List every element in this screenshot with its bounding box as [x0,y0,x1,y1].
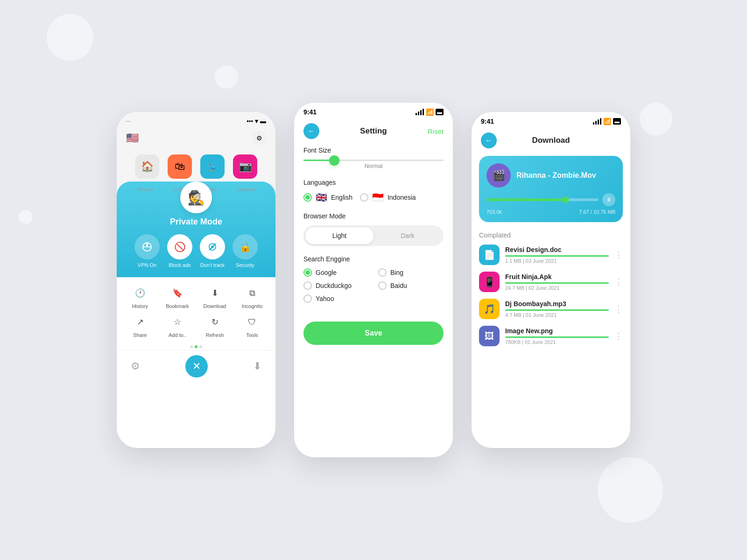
bookmark-footer-icon[interactable]: ⬇ [253,360,261,372]
engine-duckduckgo[interactable]: Duckduckgo [303,281,369,290]
nav-grid: 🕐 History 🔖 Bookmark ⬇ Download ⧉ Incogn… [117,277,275,343]
radio-yahoo[interactable] [303,294,312,303]
engine-google[interactable]: Google [303,268,369,277]
app-icon-twitter[interactable]: 🐦 [200,154,225,179]
yahoo-label: Yahoo [316,295,334,302]
settings-icon[interactable]: ⚙ [252,131,266,145]
nav-bookmark[interactable]: 🔖 Bookmark [159,285,196,309]
bookmark-label: Bookmark [166,303,189,309]
dark-mode-btn[interactable]: Dark [374,227,442,244]
dl-back-button[interactable]: ← [481,133,497,148]
donttrack-label: Don't track [200,262,225,268]
dl-item-info-apk: Fruit Ninja.Apk 24.7 MB | 02 June 2021 [505,273,609,291]
settings-footer-icon[interactable]: ⚙ [131,360,140,372]
dl-item-name-apk: Fruit Ninja.Apk [505,273,609,280]
pause-button[interactable]: ⏸ [602,193,615,206]
back-button[interactable]: ← [303,123,319,139]
dl-title: Download [532,136,570,145]
dl-item-png[interactable]: 🖼 Image New.png 780KB | 01 June 2021 ⋮ [479,326,623,346]
dl-item-icon-doc: 📄 [479,245,500,265]
engine-bing[interactable]: Bing [378,268,444,277]
app-icon-instagram[interactable]: 📷 [233,154,257,179]
reset-button[interactable]: Riset [428,127,444,135]
status-icons-1: ▪▪▪ ▾ ▬ [247,118,266,125]
signal-1: ▪▪▪ [247,118,253,125]
bar4 [423,109,424,115]
font-slider-track[interactable] [303,160,444,161]
bar3 [420,110,422,115]
battery-icon-2: ▬ [436,109,444,115]
radio-bing[interactable] [378,268,387,277]
dl-item-apk[interactable]: 📱 Fruit Ninja.Apk 24.7 MB | 02 June 2021… [479,272,623,292]
status-bar-2: 9:41 📶 ▬ [294,103,453,119]
search-engine-label: Search Enggine [303,255,444,263]
radio-google[interactable] [303,268,312,277]
radio-english-fill [305,195,310,200]
addto-icon: ☆ [169,314,186,330]
dl-item-more-png[interactable]: ⋮ [614,331,623,341]
nav-addto[interactable]: ☆ Add to.. [159,314,196,338]
dl-active-info: Rihanna - Zombie.Mov [516,171,596,180]
save-button[interactable]: Save [303,322,444,345]
blockads-toggle[interactable]: 🚫 Block ads [167,234,192,268]
light-mode-btn[interactable]: Light [305,227,374,244]
browser-mode-label: Browser Mode [303,212,444,220]
nav-download[interactable]: ⬇ Download [196,285,233,309]
language-options: 🇬🇧 English 🇮🇩 Indonesia [303,192,444,203]
dl-item-meta-png: 780KB | 01 June 2021 [505,339,609,345]
wifi-1: ▾ [255,118,258,125]
nav-history[interactable]: 🕐 History [121,285,159,309]
private-avatar: 🕵️ Private Mode [117,182,275,227]
flag-indonesia: 🇮🇩 [372,192,384,203]
app-icon-home[interactable]: 🏠 [135,154,159,179]
phone-downloads: 9:41 📶 ▬ ← Download 🎬 [472,112,630,448]
mode-toggle: Light Dark [303,225,444,246]
dl-header: ← Download [472,128,630,156]
engine-baidu[interactable]: Baidu [378,281,444,290]
dl-item-more-mp3[interactable]: ⋮ [614,304,623,314]
dl-progress-thumb [563,196,569,203]
nav-tools[interactable]: 🛡 Tools [233,314,271,338]
radio-google-fill [305,270,310,275]
font-slider-thumb[interactable] [329,155,339,166]
dl-item-more-apk[interactable]: ⋮ [614,277,623,287]
close-button[interactable]: ✕ [185,355,208,378]
flag-icon[interactable]: 🇺🇸 [126,132,139,144]
nav-share[interactable]: ↗ Share [121,314,159,338]
security-toggle[interactable]: 🔒 Security [233,234,258,268]
vpn-toggle[interactable]: VPN On [134,234,160,268]
nav-refresh[interactable]: ↻ Refresh [196,314,233,338]
tools-icon: 🛡 [244,314,261,330]
history-icon: 🕐 [132,285,148,301]
signal-bars-2 [416,109,424,115]
history-label: History [132,303,148,309]
radio-baidu[interactable] [378,281,387,290]
radio-indonesia[interactable] [360,193,368,202]
radio-english[interactable] [303,193,312,202]
dl-item-progress-doc [505,255,609,257]
radio-duckduckgo[interactable] [303,281,312,290]
baidu-label: Baidu [390,282,407,289]
dot-2 [195,345,197,348]
active-download-card: 🎬 Rihanna - Zombie.Mov ⏸ 703.0k 7.67 / 1… [479,156,623,222]
dl-progress-track[interactable] [486,198,599,201]
dl-item-more-doc[interactable]: ⋮ [614,250,623,260]
dl-item-doc[interactable]: 📄 Revisi Design.doc 1.1 MB | 03 June 202… [479,245,623,265]
nav-incognito[interactable]: ⧉ Incognito [233,285,271,309]
dl-item-name-mp3: Dj Boombayah.mp3 [505,300,609,308]
engine-yahoo[interactable]: Yahoo [303,294,369,303]
donttrack-toggle[interactable]: Don't track [200,234,225,268]
app-icon-shop[interactable]: 🛍 [168,154,192,179]
download-nav-label: Download [204,303,226,309]
bing-label: Bing [390,269,403,276]
lang-indonesia[interactable]: 🇮🇩 Indonesia [360,192,416,203]
settings-title: Setting [360,126,387,136]
dl-item-mp3[interactable]: 🎵 Dj Boombayah.mp3 4.7 MB | 01 June 2021… [479,299,623,319]
donttrack-icon [200,234,225,259]
lang-english[interactable]: 🇬🇧 English [303,192,352,203]
toggle-buttons: VPN On 🚫 Block ads Don't track 🔒 Securit… [117,234,275,268]
dl-item-progress-mp3 [505,309,609,311]
settings-body: Font Size Normal Languages 🇬🇧 Engli [294,147,453,345]
bar4-3 [600,118,601,125]
dl-progress-text: 7.67 / 10.76 MB [579,209,615,215]
